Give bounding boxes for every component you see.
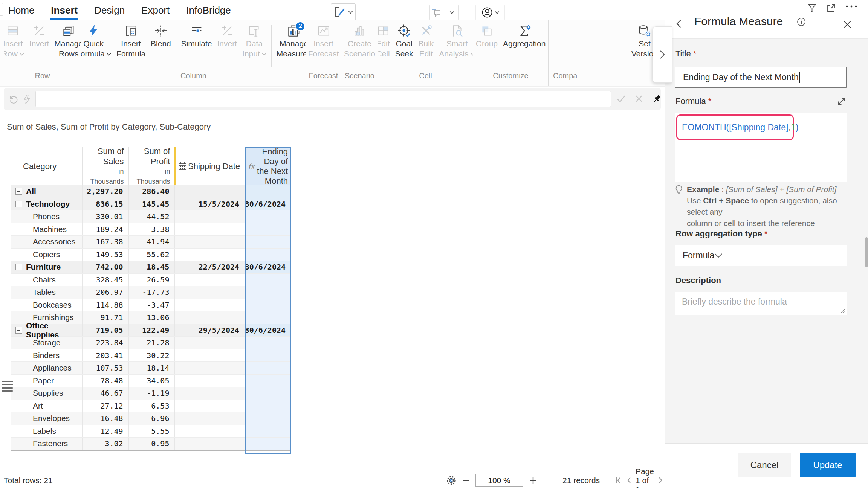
cell-profit[interactable]: 286.40 [129,185,175,198]
cell-ending-day[interactable] [245,299,291,311]
menu-tab-export[interactable]: Export [141,0,170,20]
cell-sales[interactable]: 189.24 [83,223,129,236]
cell-category[interactable]: Tables [11,286,83,299]
cell-profit[interactable]: 0.95 [129,438,175,450]
cell-profit[interactable]: -17.73 [129,286,175,299]
discard-icon[interactable] [634,94,643,103]
cell-shipping-date[interactable] [175,210,245,223]
cell-category[interactable]: Copiers [11,249,83,261]
cell-profit[interactable]: 3.38 [129,223,175,236]
info-icon[interactable] [797,17,806,26]
ribbon-button-blend[interactable]: Blend [148,24,174,49]
cell-sales[interactable]: 742.00 [83,261,129,273]
cell-shipping-date[interactable] [175,412,245,425]
cell-category[interactable]: Technology [11,198,83,210]
cell-ending-day[interactable] [245,249,291,261]
cell-category[interactable]: Phones [11,210,83,223]
cell-sales[interactable]: 91.71 [83,311,129,324]
flash-icon[interactable] [22,94,32,105]
cell-category[interactable]: Machines [11,223,83,236]
column-header-sales[interactable]: Sum of Salesin Thousands [83,147,129,185]
ribbon-button-aggregation[interactable]: Aggregation [500,24,548,49]
cell-sales[interactable]: 149.53 [83,249,129,261]
ribbon-expand-button[interactable] [653,26,672,83]
ribbon-button-simulate[interactable]: Simulate [179,24,215,49]
pin-icon[interactable] [652,94,662,105]
panel-scrollbar[interactable] [865,237,868,267]
settings-button[interactable] [446,472,457,488]
menu-tab-home[interactable]: Home [8,0,34,20]
comment-button[interactable] [429,5,459,20]
cell-shipping-date[interactable] [175,400,245,412]
cell-category[interactable]: Fasteners [11,438,83,450]
cell-sales[interactable]: 836.15 [83,198,129,210]
confirm-icon[interactable] [616,94,626,103]
menu-tab-design[interactable]: Design [94,0,125,20]
filter-icon[interactable] [807,3,817,13]
collapse-icon[interactable] [15,264,22,270]
resize-handle[interactable] [840,308,845,313]
undo-icon[interactable] [8,94,18,104]
cell-sales[interactable]: 206.97 [83,286,129,299]
cell-sales[interactable]: 223.84 [83,337,129,349]
cell-profit[interactable]: 34.05 [129,375,175,387]
cell-shipping-date[interactable] [175,438,245,450]
cell-category[interactable]: Furniture [11,261,83,273]
cell-category[interactable]: All [11,185,83,198]
cell-sales[interactable]: 328.45 [83,274,129,286]
formula-input[interactable] [35,91,611,107]
row-drag-handle[interactable] [2,381,13,392]
cell-profit[interactable]: 18.45 [129,261,175,273]
cell-profit[interactable]: 145.45 [129,198,175,210]
cell-shipping-date[interactable] [175,299,245,311]
cell-profit[interactable]: 6.53 [129,400,175,412]
ribbon-button-manage-measures[interactable]: 2ManageMeasures [274,24,306,59]
cell-sales[interactable]: 46.67 [83,387,129,400]
first-page-icon[interactable] [615,477,623,484]
cell-ending-day[interactable] [245,400,291,412]
cell-shipping-date[interactable] [175,236,245,248]
cell-ending-day[interactable]: 30/6/2024 [245,324,291,337]
cell-ending-day[interactable] [245,210,291,223]
more-icon[interactable] [845,5,859,8]
cell-shipping-date[interactable] [175,311,245,324]
zoom-out-button[interactable] [462,472,470,488]
cell-ending-day[interactable] [245,274,291,286]
zoom-level-input[interactable]: 100 % [475,474,523,487]
expand-formula-icon[interactable] [837,96,847,106]
zoom-in-button[interactable] [529,472,537,488]
cell-sales[interactable]: 330.01 [83,210,129,223]
cell-shipping-date[interactable]: 15/5/2024 [175,198,245,210]
cell-sales[interactable]: 107.53 [83,362,129,374]
cell-profit[interactable]: 18.14 [129,362,175,374]
cell-profit[interactable]: 26.59 [129,274,175,286]
cell-shipping-date[interactable] [175,249,245,261]
ribbon-button-insert-formula[interactable]: InsertFormula [114,24,148,59]
cell-profit[interactable]: 44.52 [129,210,175,223]
cell-profit[interactable]: 21.28 [129,337,175,349]
cell-profit[interactable]: 122.49 [129,324,175,337]
cell-category[interactable]: Accessories [11,236,83,248]
cell-sales[interactable]: 12.49 [83,425,129,438]
cell-shipping-date[interactable] [175,362,245,374]
column-header-profit[interactable]: Sum of Profitin Thousands [129,147,175,185]
cell-profit[interactable]: 13.06 [129,311,175,324]
menu-tab-infobridge[interactable]: InfoBridge [186,0,231,20]
cell-shipping-date[interactable] [175,349,245,362]
cell-ending-day[interactable] [245,362,291,374]
aggregation-select[interactable]: Formula [675,245,847,266]
cell-profit[interactable]: 41.94 [129,236,175,248]
cell-sales[interactable]: 114.88 [83,299,129,311]
comment-dropdown[interactable] [445,5,459,20]
cell-category[interactable]: Storage [11,337,83,349]
cell-profit[interactable]: 30.22 [129,349,175,362]
collapsed-sidebar-handle[interactable] [0,3,3,16]
collapse-icon[interactable] [15,327,22,334]
cell-ending-day[interactable] [245,387,291,400]
cell-profit[interactable]: 55.62 [129,249,175,261]
cell-profit[interactable]: -1.19 [129,387,175,400]
cell-category[interactable]: Bookcases [11,299,83,311]
collapse-icon[interactable] [15,188,22,195]
ribbon-button-goal-seek[interactable]: GoalSeek [393,24,416,59]
cell-profit[interactable]: 6.96 [129,412,175,425]
